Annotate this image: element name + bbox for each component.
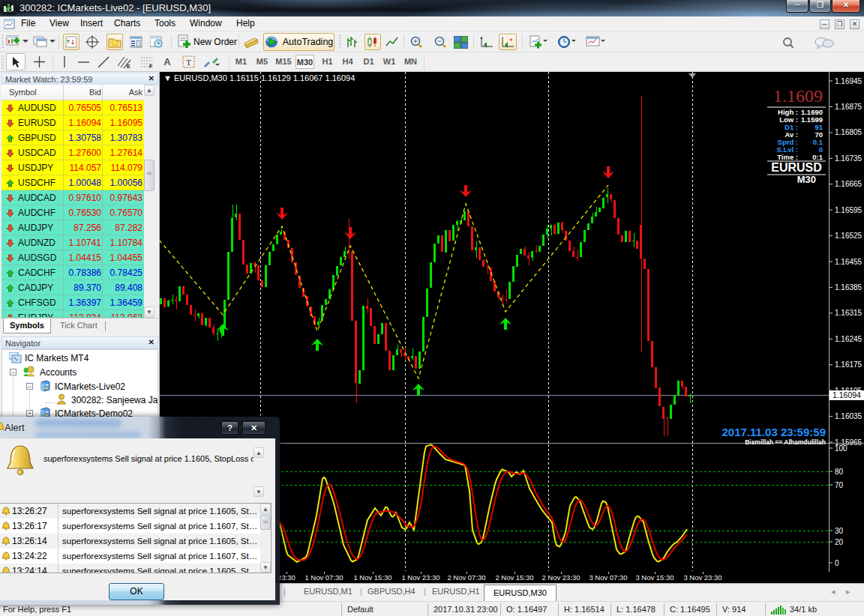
svg-text:1.16875: 1.16875: [835, 103, 862, 111]
svg-text:2017.11.03 23:59:59: 2017.11.03 23:59:59: [722, 426, 826, 438]
svg-text:Time :: Time :: [777, 153, 798, 161]
svg-text:F: F: [149, 64, 153, 69]
svg-text:1.16175: 1.16175: [835, 360, 862, 369]
svg-text:70: 70: [835, 481, 844, 489]
svg-text:1.16385: 1.16385: [835, 283, 862, 292]
svg-text:30: 30: [835, 527, 844, 535]
svg-text:1.16315: 1.16315: [835, 309, 862, 317]
svg-text:1.16094: 1.16094: [832, 390, 861, 399]
svg-text:▼ EURUSD,M30 1.16115 1.16129: ▼ EURUSD,M30 1.16115 1.16129 1.16067 1.1…: [164, 73, 355, 82]
svg-text:1.16945: 1.16945: [835, 77, 862, 85]
svg-text:0:1: 0:1: [812, 153, 823, 161]
svg-text:1.16525: 1.16525: [835, 232, 862, 240]
svg-text:1.16455: 1.16455: [835, 258, 862, 266]
svg-text:100: 100: [835, 444, 848, 453]
svg-text:0: 0: [835, 559, 839, 567]
svg-text:1.16035: 1.16035: [835, 412, 862, 420]
svg-text:IC: IC: [6, 6, 14, 13]
svg-text:1.16805: 1.16805: [835, 128, 862, 136]
svg-text:T: T: [186, 58, 191, 67]
svg-text:80: 80: [835, 468, 844, 476]
svg-text:1.16245: 1.16245: [835, 335, 862, 343]
svg-text:1.16595: 1.16595: [835, 206, 862, 214]
svg-text:1.1609: 1.1609: [773, 86, 823, 106]
svg-text:20: 20: [835, 538, 844, 546]
svg-text:EURUSD: EURUSD: [771, 161, 822, 174]
svg-text:Bismillah == Alhamdulillah: Bismillah == Alhamdulillah: [745, 438, 826, 446]
svg-text:1.16665: 1.16665: [835, 180, 862, 188]
svg-text:E: E: [127, 64, 130, 69]
svg-text:M30: M30: [797, 174, 816, 185]
svg-text:1.16735: 1.16735: [835, 154, 862, 163]
